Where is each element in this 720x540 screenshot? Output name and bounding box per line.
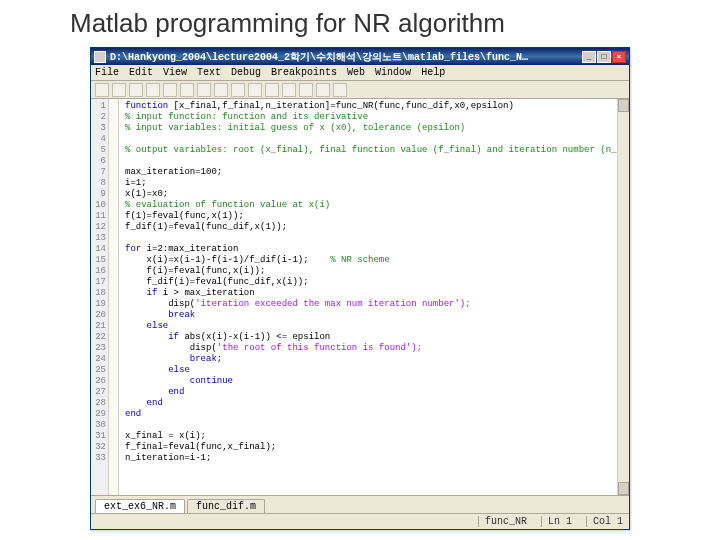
close-button[interactable]: × bbox=[612, 51, 626, 63]
step-in-icon[interactable] bbox=[299, 83, 313, 97]
save-icon[interactable] bbox=[129, 83, 143, 97]
print-icon[interactable] bbox=[146, 83, 160, 97]
menu-window[interactable]: Window bbox=[375, 67, 411, 78]
editor-area: 1 2 3 4 5 6 7 8 9 10 11 12 13 14 15 16 1… bbox=[91, 99, 629, 495]
menu-text[interactable]: Text bbox=[197, 67, 221, 78]
paste-icon[interactable] bbox=[197, 83, 211, 97]
run-icon[interactable] bbox=[248, 83, 262, 97]
vertical-scrollbar[interactable] bbox=[617, 99, 629, 495]
menu-help[interactable]: Help bbox=[421, 67, 445, 78]
status-function: func_NR bbox=[478, 516, 527, 527]
menu-breakpoints[interactable]: Breakpoints bbox=[271, 67, 337, 78]
status-col: Col 1 bbox=[586, 516, 623, 527]
window-title: D:\Hankyong_2004\lecture2004_2학기\수치해석\강의… bbox=[110, 50, 582, 64]
maximize-button[interactable]: □ bbox=[597, 51, 611, 63]
menu-web[interactable]: Web bbox=[347, 67, 365, 78]
new-icon[interactable] bbox=[95, 83, 109, 97]
stop-icon[interactable] bbox=[333, 83, 347, 97]
menu-view[interactable]: View bbox=[163, 67, 187, 78]
menu-file[interactable]: File bbox=[95, 67, 119, 78]
tab-inactive[interactable]: func_dif.m bbox=[187, 499, 265, 513]
undo-icon[interactable] bbox=[214, 83, 228, 97]
step-out-icon[interactable] bbox=[316, 83, 330, 97]
file-tab-strip: ext_ex6_NR.m func_dif.m bbox=[91, 495, 629, 513]
redo-icon[interactable] bbox=[231, 83, 245, 97]
cut-icon[interactable] bbox=[163, 83, 177, 97]
menubar: File Edit View Text Debug Breakpoints We… bbox=[91, 65, 629, 81]
toolbar bbox=[91, 81, 629, 99]
breakpoint-icon[interactable] bbox=[265, 83, 279, 97]
breakpoint-gutter[interactable] bbox=[109, 99, 119, 495]
tab-active[interactable]: ext_ex6_NR.m bbox=[95, 499, 185, 513]
menu-edit[interactable]: Edit bbox=[129, 67, 153, 78]
step-icon[interactable] bbox=[282, 83, 296, 97]
minimize-button[interactable]: _ bbox=[582, 51, 596, 63]
code-pane[interactable]: function [x_final,f_final,n_iteration]=f… bbox=[119, 99, 617, 495]
titlebar[interactable]: D:\Hankyong_2004\lecture2004_2학기\수치해석\강의… bbox=[91, 48, 629, 65]
line-number-gutter: 1 2 3 4 5 6 7 8 9 10 11 12 13 14 15 16 1… bbox=[91, 99, 109, 495]
copy-icon[interactable] bbox=[180, 83, 194, 97]
slide-title: Matlab programming for NR algorithm bbox=[0, 0, 720, 43]
open-icon[interactable] bbox=[112, 83, 126, 97]
status-line: Ln 1 bbox=[541, 516, 572, 527]
matlab-editor-window: D:\Hankyong_2004\lecture2004_2학기\수치해석\강의… bbox=[90, 47, 630, 530]
menu-debug[interactable]: Debug bbox=[231, 67, 261, 78]
app-icon bbox=[94, 51, 106, 63]
statusbar: func_NR Ln 1 Col 1 bbox=[91, 513, 629, 529]
